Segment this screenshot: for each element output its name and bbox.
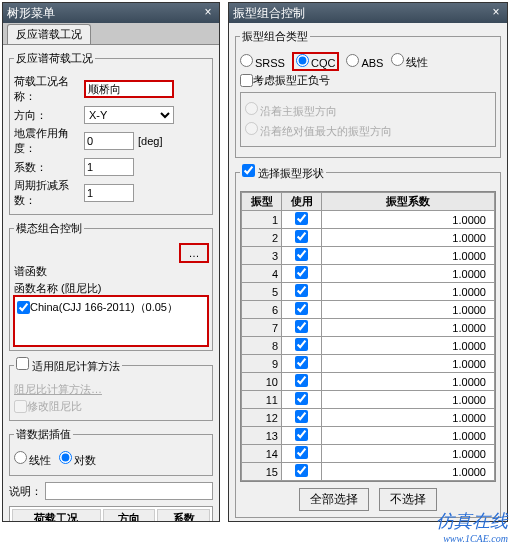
- mode-use-checkbox[interactable]: [295, 410, 308, 423]
- tree-menu-panel: 树形菜单 × 反应谱载工况 反应谱荷载工况 荷载工况名称： 方向： X-Y 地震…: [2, 2, 220, 522]
- consider-sign-label: 考虑振型正负号: [253, 73, 330, 88]
- table-row[interactable]: 111.0000: [242, 391, 495, 409]
- table-row[interactable]: 141.0000: [242, 445, 495, 463]
- group-modal-control: 模态组合控制 … 谱函数 函数名称 (阻尼比) China(CJJ 166-20…: [9, 221, 213, 351]
- factor-input[interactable]: [84, 158, 134, 176]
- interp-log-option[interactable]: 对数: [59, 451, 96, 468]
- close-icon[interactable]: ×: [201, 6, 215, 20]
- mode-header-coef: 振型系数: [322, 193, 495, 211]
- loadcase-name-input[interactable]: [84, 80, 174, 98]
- mode-use-checkbox[interactable]: [295, 248, 308, 261]
- spectrum-function-checkbox[interactable]: [17, 301, 30, 314]
- mode-header-use: 使用: [282, 193, 322, 211]
- modify-damping-label: 修改阻尼比: [27, 399, 82, 414]
- mode-use-checkbox[interactable]: [295, 464, 308, 477]
- lc-header-dir: 方向: [103, 509, 156, 521]
- period-input[interactable]: [84, 184, 134, 202]
- spec-func-label: 谱函数: [14, 264, 208, 279]
- group-combination-type: 振型组合类型 SRSS CQC ABS 线性 考虑振型正负号 沿着主振型方向 沿…: [235, 29, 501, 158]
- dir-label: 方向：: [14, 108, 84, 123]
- opt-cqc[interactable]: CQC: [293, 53, 338, 70]
- angle-unit: [deg]: [138, 135, 162, 147]
- opt-along-absmax: 沿着绝对值最大的振型方向: [245, 122, 392, 139]
- mode-use-checkbox[interactable]: [295, 446, 308, 459]
- mode-use-checkbox[interactable]: [295, 428, 308, 441]
- mode-table: 振型 使用 振型系数 11.000021.000031.000041.00005…: [241, 192, 495, 481]
- table-row[interactable]: 41.0000: [242, 265, 495, 283]
- group-spec-interp: 谱数据插值 线性 对数: [9, 427, 213, 476]
- group-select-legend: 选择振型形状: [240, 164, 326, 181]
- left-tabstrip: 反应谱载工况: [3, 23, 219, 45]
- opt-srss[interactable]: SRSS: [240, 54, 285, 69]
- consider-sign-checkbox[interactable]: [240, 74, 253, 87]
- angle-input[interactable]: [84, 132, 134, 150]
- table-row[interactable]: 31.0000: [242, 247, 495, 265]
- table-row[interactable]: 71.0000: [242, 319, 495, 337]
- table-row[interactable]: 131.0000: [242, 427, 495, 445]
- group-modal-legend: 模态组合控制: [14, 221, 84, 236]
- mode-use-checkbox[interactable]: [295, 212, 308, 225]
- left-body: 反应谱荷载工况 荷载工况名称： 方向： X-Y 地震作用角度： [deg] 系数…: [3, 45, 219, 521]
- close-icon[interactable]: ×: [489, 6, 503, 20]
- lc-header-factor: 系数: [157, 509, 210, 521]
- mode-use-checkbox[interactable]: [295, 302, 308, 315]
- table-row[interactable]: 151.0000: [242, 463, 495, 481]
- tab-response-spectrum[interactable]: 反应谱载工况: [7, 24, 91, 44]
- table-row[interactable]: 61.0000: [242, 301, 495, 319]
- table-row[interactable]: 121.0000: [242, 409, 495, 427]
- damping-method-link[interactable]: 阻尼比计算方法…: [14, 382, 102, 397]
- loadcase-table: 荷载工况 方向 系数 顺桥向X-Y1横桥向X-Y1: [9, 506, 213, 521]
- spectrum-function-item[interactable]: China(CJJ 166-2011)（0.05）: [17, 300, 205, 315]
- interp-linear-option[interactable]: 线性: [14, 451, 51, 468]
- group-damping: 适用阻尼计算方法 阻尼比计算方法… 修改阻尼比: [9, 357, 213, 421]
- deselect-all-button[interactable]: 不选择: [379, 488, 437, 511]
- group-loadcase-legend: 反应谱荷载工况: [14, 51, 95, 66]
- modal-more-button[interactable]: …: [180, 244, 208, 262]
- mode-use-checkbox[interactable]: [295, 392, 308, 405]
- group-loadcase: 反应谱荷载工况 荷载工况名称： 方向： X-Y 地震作用角度： [deg] 系数…: [9, 51, 213, 215]
- watermark: 仿真在线 www.1CAE.com: [436, 509, 508, 544]
- mode-use-checkbox[interactable]: [295, 374, 308, 387]
- factor-label: 系数：: [14, 160, 84, 175]
- select-all-button[interactable]: 全部选择: [299, 488, 369, 511]
- group-type-legend: 振型组合类型: [240, 29, 310, 44]
- table-row[interactable]: 21.0000: [242, 229, 495, 247]
- right-titlebar: 振型组合控制 ×: [229, 3, 507, 23]
- opt-abs[interactable]: ABS: [346, 54, 383, 69]
- group-select-modes: 选择振型形状 振型 使用 振型系数 11.000021.000031.00004…: [235, 164, 501, 518]
- left-title: 树形菜单: [7, 5, 55, 22]
- mode-combination-panel: 振型组合控制 × 振型组合类型 SRSS CQC ABS 线性 考虑振型正负号 …: [228, 2, 508, 522]
- group-damping-legend: 适用阻尼计算方法: [14, 357, 122, 374]
- table-row[interactable]: 51.0000: [242, 283, 495, 301]
- mode-use-checkbox[interactable]: [295, 356, 308, 369]
- left-titlebar: 树形菜单 ×: [3, 3, 219, 23]
- mode-use-checkbox[interactable]: [295, 266, 308, 279]
- table-row[interactable]: 101.0000: [242, 373, 495, 391]
- opt-linear[interactable]: 线性: [391, 53, 428, 70]
- right-title: 振型组合控制: [233, 5, 305, 22]
- right-body: 振型组合类型 SRSS CQC ABS 线性 考虑振型正负号 沿着主振型方向 沿…: [229, 23, 507, 521]
- damping-enable-checkbox[interactable]: [16, 357, 29, 370]
- spectrum-function-item-label: China(CJJ 166-2011)（0.05）: [30, 300, 178, 315]
- angle-label: 地震作用角度：: [14, 126, 84, 156]
- group-spec-legend: 谱数据插值: [14, 427, 73, 442]
- func-list-label: 函数名称 (阻尼比): [14, 281, 208, 296]
- mode-use-checkbox[interactable]: [295, 230, 308, 243]
- desc-label: 说明：: [9, 484, 45, 499]
- table-row[interactable]: 11.0000: [242, 211, 495, 229]
- name-label: 荷载工况名称：: [14, 74, 84, 104]
- opt-along-main: 沿着主振型方向: [245, 102, 337, 119]
- mode-use-checkbox[interactable]: [295, 338, 308, 351]
- mode-header-id: 振型: [242, 193, 282, 211]
- spectrum-function-list[interactable]: China(CJJ 166-2011)（0.05）: [14, 296, 208, 346]
- direction-select[interactable]: X-Y: [84, 106, 174, 124]
- lc-header-name: 荷载工况: [12, 509, 101, 521]
- table-row[interactable]: 91.0000: [242, 355, 495, 373]
- mode-table-wrap[interactable]: 振型 使用 振型系数 11.000021.000031.000041.00005…: [240, 191, 496, 482]
- table-row[interactable]: 81.0000: [242, 337, 495, 355]
- select-modes-checkbox[interactable]: [242, 164, 255, 177]
- desc-input[interactable]: [45, 482, 213, 500]
- period-label: 周期折减系数：: [14, 178, 84, 208]
- mode-use-checkbox[interactable]: [295, 284, 308, 297]
- mode-use-checkbox[interactable]: [295, 320, 308, 333]
